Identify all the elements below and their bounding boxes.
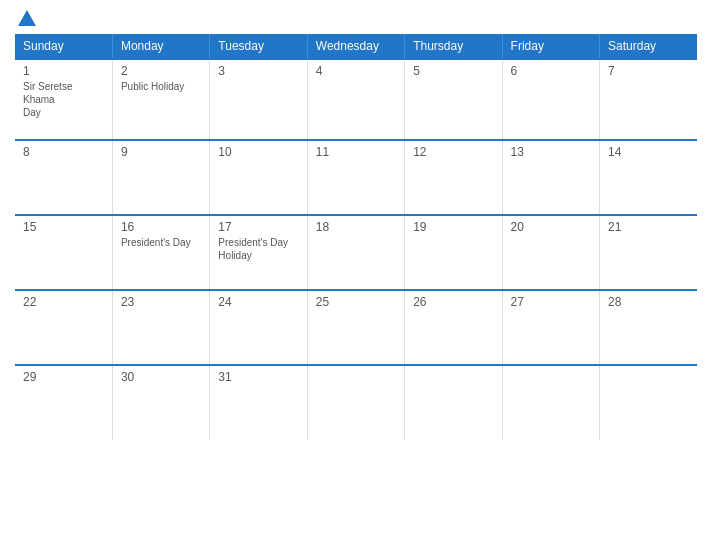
calendar-cell: 5: [405, 59, 502, 140]
event-label: President's Day: [121, 236, 201, 249]
day-number: 2: [121, 64, 201, 78]
weekday-header-friday: Friday: [502, 34, 599, 59]
day-number: 8: [23, 145, 104, 159]
day-number: 3: [218, 64, 298, 78]
day-number: 28: [608, 295, 689, 309]
calendar-cell: 14: [600, 140, 697, 215]
day-number: 22: [23, 295, 104, 309]
day-number: 11: [316, 145, 396, 159]
calendar-cell: 23: [112, 290, 209, 365]
day-number: 12: [413, 145, 493, 159]
calendar-cell: 28: [600, 290, 697, 365]
calendar-cell: [307, 365, 404, 440]
weekday-header-sunday: Sunday: [15, 34, 112, 59]
day-number: 1: [23, 64, 104, 78]
calendar-cell: [600, 365, 697, 440]
header: [15, 10, 697, 26]
calendar-cell: 21: [600, 215, 697, 290]
week-row-2: 891011121314: [15, 140, 697, 215]
calendar-cell: 16President's Day: [112, 215, 209, 290]
day-number: 18: [316, 220, 396, 234]
day-number: 24: [218, 295, 298, 309]
day-number: 13: [511, 145, 591, 159]
day-number: 21: [608, 220, 689, 234]
day-number: 26: [413, 295, 493, 309]
day-number: 6: [511, 64, 591, 78]
calendar-cell: 10: [210, 140, 307, 215]
day-number: 20: [511, 220, 591, 234]
weekday-header-row: SundayMondayTuesdayWednesdayThursdayFrid…: [15, 34, 697, 59]
calendar-cell: 2Public Holiday: [112, 59, 209, 140]
calendar-cell: 6: [502, 59, 599, 140]
logo: [15, 10, 38, 26]
calendar-cell: 26: [405, 290, 502, 365]
calendar-cell: 1Sir Seretse Khama Day: [15, 59, 112, 140]
day-number: 23: [121, 295, 201, 309]
calendar-cell: [502, 365, 599, 440]
calendar-cell: 25: [307, 290, 404, 365]
calendar-cell: 17President's Day Holiday: [210, 215, 307, 290]
calendar-cell: 15: [15, 215, 112, 290]
day-number: 9: [121, 145, 201, 159]
day-number: 5: [413, 64, 493, 78]
weekday-header-tuesday: Tuesday: [210, 34, 307, 59]
calendar-cell: 3: [210, 59, 307, 140]
day-number: 19: [413, 220, 493, 234]
weekday-header-saturday: Saturday: [600, 34, 697, 59]
calendar-cell: 11: [307, 140, 404, 215]
week-row-1: 1Sir Seretse Khama Day2Public Holiday345…: [15, 59, 697, 140]
day-number: 25: [316, 295, 396, 309]
day-number: 4: [316, 64, 396, 78]
event-label: President's Day Holiday: [218, 236, 298, 262]
calendar-cell: 13: [502, 140, 599, 215]
day-number: 30: [121, 370, 201, 384]
calendar-header: SundayMondayTuesdayWednesdayThursdayFrid…: [15, 34, 697, 59]
calendar-cell: 18: [307, 215, 404, 290]
day-number: 16: [121, 220, 201, 234]
day-number: 15: [23, 220, 104, 234]
day-number: 31: [218, 370, 298, 384]
calendar-cell: 12: [405, 140, 502, 215]
calendar-cell: 31: [210, 365, 307, 440]
event-label: Sir Seretse Khama Day: [23, 80, 104, 119]
event-label: Public Holiday: [121, 80, 201, 93]
calendar-cell: 9: [112, 140, 209, 215]
calendar-cell: 4: [307, 59, 404, 140]
weekday-header-wednesday: Wednesday: [307, 34, 404, 59]
calendar-cell: 7: [600, 59, 697, 140]
day-number: 7: [608, 64, 689, 78]
calendar-cell: 8: [15, 140, 112, 215]
day-number: 27: [511, 295, 591, 309]
day-number: 29: [23, 370, 104, 384]
calendar-cell: 24: [210, 290, 307, 365]
logo-triangle-icon: [18, 10, 36, 26]
weekday-header-monday: Monday: [112, 34, 209, 59]
week-row-4: 22232425262728: [15, 290, 697, 365]
day-number: 17: [218, 220, 298, 234]
week-row-3: 1516President's Day17President's Day Hol…: [15, 215, 697, 290]
calendar-cell: 30: [112, 365, 209, 440]
calendar-table: SundayMondayTuesdayWednesdayThursdayFrid…: [15, 34, 697, 440]
calendar-cell: 20: [502, 215, 599, 290]
week-row-5: 293031: [15, 365, 697, 440]
calendar-cell: 27: [502, 290, 599, 365]
calendar-cell: 29: [15, 365, 112, 440]
calendar-page: SundayMondayTuesdayWednesdayThursdayFrid…: [0, 0, 712, 550]
calendar-cell: 22: [15, 290, 112, 365]
calendar-cell: [405, 365, 502, 440]
calendar-cell: 19: [405, 215, 502, 290]
day-number: 10: [218, 145, 298, 159]
calendar-body: 1Sir Seretse Khama Day2Public Holiday345…: [15, 59, 697, 440]
day-number: 14: [608, 145, 689, 159]
weekday-header-thursday: Thursday: [405, 34, 502, 59]
